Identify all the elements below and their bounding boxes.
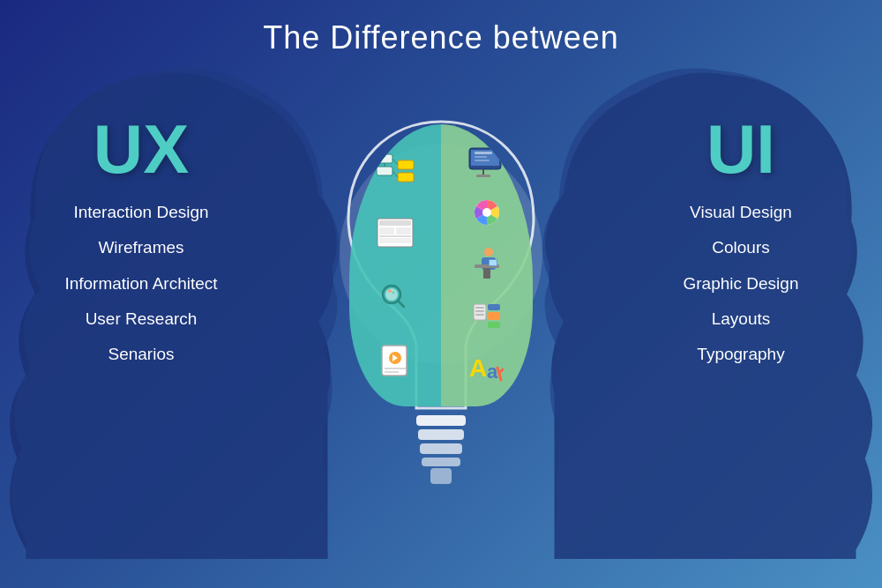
svg-rect-8 [398,160,414,169]
svg-rect-31 [475,152,492,154]
svg-rect-48 [488,304,500,310]
svg-rect-50 [488,322,500,328]
svg-line-54 [499,369,503,373]
svg-rect-3 [420,443,462,454]
svg-rect-47 [475,314,484,316]
svg-rect-49 [488,312,500,320]
svg-point-21 [388,289,392,293]
svg-rect-33 [475,160,490,161]
typography-icon: A a [467,352,506,383]
svg-text:A: A [469,354,487,382]
ux-item-interaction-design: Interaction Design [18,198,265,227]
ui-item-layouts: Layouts [617,305,864,333]
svg-rect-43 [490,260,497,265]
person-desk-icon [469,247,505,280]
ui-section: UI Visual Design Colours Graphic Design … [617,109,864,376]
svg-rect-1 [416,415,466,426]
svg-rect-7 [377,167,392,175]
svg-rect-18 [379,238,411,243]
ui-item-visual-design: Visual Design [617,198,864,227]
ux-items-list: Interaction Design Wireframes Informatio… [18,198,265,368]
page-title: The Difference between [0,0,882,56]
ui-label: UI [617,109,864,190]
svg-rect-5 [430,468,452,484]
ui-items-list: Visual Design Colours Graphic Design Lay… [617,198,864,368]
svg-rect-2 [418,429,464,440]
svg-rect-46 [475,310,484,312]
svg-rect-45 [475,307,484,309]
svg-rect-41 [483,268,490,279]
ux-item-information-architect: Information Architect [18,270,265,298]
svg-rect-4 [422,458,460,466]
ux-item-wireframes: Wireframes [18,234,265,262]
svg-point-22 [392,291,395,294]
svg-text:a: a [487,361,498,383]
svg-rect-35 [476,175,490,177]
svg-rect-32 [475,156,487,158]
svg-line-12 [392,171,398,177]
svg-rect-14 [379,220,411,226]
svg-point-20 [385,288,398,301]
svg-point-38 [484,248,493,257]
ui-item-colours: Colours [617,234,864,262]
document-icon [377,344,413,377]
search-icon-bulb [377,280,413,312]
ux-item-senarios: Senarios [18,340,265,368]
ux-section: UX Interaction Design Wireframes Informa… [18,109,265,376]
svg-point-37 [482,208,491,217]
colorwheel-icon [469,197,505,228]
ux-label: UX [18,109,265,190]
svg-line-23 [398,301,404,307]
ui-item-graphic-design: Graphic Design [617,270,864,298]
svg-rect-9 [398,173,414,182]
svg-line-11 [392,159,398,165]
svg-rect-16 [396,227,411,234]
ui-item-typography: Typography [617,340,864,368]
main-content: UX Interaction Design Wireframes Informa… [0,56,882,583]
tools-icon [469,300,505,333]
svg-rect-15 [379,227,394,234]
ux-item-user-research: User Research [18,305,265,333]
wireframe-icon [376,217,415,249]
lightbulb-container: A a [318,100,564,532]
